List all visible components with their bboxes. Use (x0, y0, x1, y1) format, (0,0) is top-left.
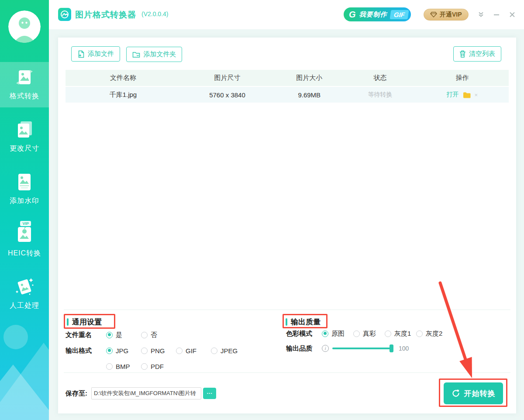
sidebar-item-heic-convert[interactable]: VIP HEIC转换 (0, 224, 49, 258)
radio-option-no[interactable]: 否 (141, 331, 176, 339)
sidebar-item-manual-process[interactable]: 人工处理 (0, 277, 49, 310)
general-settings-title: 通用设置 (67, 317, 102, 327)
radio-icon (106, 348, 113, 354)
file-name: 千库1.jpg (66, 91, 181, 99)
status-badge: 等待转换 (345, 91, 415, 99)
gif-tag: GIF (390, 10, 409, 19)
avatar-icon (8, 10, 41, 43)
sidebar-item-label: HEIC转换 (0, 249, 49, 258)
output-quality-label: 输出质量 (291, 317, 321, 327)
radio-icon (106, 363, 113, 370)
browse-button[interactable]: ··· (203, 388, 216, 399)
col-header-filename: 文件名称 (66, 74, 181, 82)
save-path-bar: 保存至: ··· (66, 387, 216, 400)
add-file-button[interactable]: 添加文件 (71, 46, 120, 62)
save-path-input[interactable] (91, 387, 201, 399)
radio-label: PNG (151, 347, 165, 355)
open-file-link[interactable]: 打开 (447, 91, 459, 99)
rename-setting-row: 文件重名 是 否 (66, 329, 176, 341)
radio-label: 否 (151, 331, 157, 339)
general-settings-label: 通用设置 (72, 317, 102, 327)
radio-label: BMP (116, 363, 130, 370)
manual-process-icon (14, 277, 34, 297)
radio-label: GIF (186, 347, 196, 355)
col-header-actions: 操作 (416, 74, 509, 82)
info-icon[interactable]: i (322, 345, 329, 352)
radio-icon (141, 332, 148, 338)
sidebar-item-watermark[interactable]: 添加水印 (0, 172, 49, 206)
collapse-window-icon[interactable] (478, 11, 484, 19)
radio-icon (141, 363, 148, 370)
radio-option-pdf[interactable]: PDF (141, 363, 176, 370)
slider-handle[interactable] (390, 344, 393, 352)
radio-label: JPEG (221, 347, 238, 355)
col-header-filesize: 图片大小 (274, 74, 345, 82)
radio-icon (353, 330, 360, 337)
gif-logo-icon: G (349, 10, 356, 20)
user-avatar[interactable] (8, 10, 41, 43)
close-icon[interactable] (509, 11, 515, 19)
radio-option-gray1[interactable]: 灰度1 (385, 330, 416, 338)
remove-file-icon[interactable]: × (475, 92, 478, 98)
radio-option-gray2[interactable]: 灰度2 (416, 330, 448, 338)
save-to-label: 保存至: (66, 389, 87, 398)
sidebar-item-label: 添加水印 (0, 196, 49, 206)
add-file-label: 添加文件 (88, 50, 114, 58)
section-accent-bar (67, 318, 69, 326)
open-vip-button[interactable]: 开通VIP (424, 9, 469, 21)
add-folder-icon (132, 51, 140, 58)
toolbar: 添加文件 添加文件夹 清空列表 (71, 46, 502, 62)
radio-option-jpeg[interactable]: JPEG (211, 347, 246, 355)
radio-icon (211, 348, 217, 354)
resize-icon (14, 120, 34, 140)
radio-label: 真彩 (363, 330, 376, 338)
section-accent-bar (286, 318, 287, 326)
col-header-dimensions: 图片尺寸 (181, 74, 274, 82)
table-row: 千库1.jpg 5760 x 3840 9.69MB 等待转换 打开 × (66, 87, 509, 103)
sidebar-item-label: 更改尺寸 (0, 144, 49, 153)
radio-option-original[interactable]: 原图 (322, 330, 353, 338)
radio-option-bmp[interactable]: BMP (106, 363, 141, 370)
sidebar-item-label: 人工处理 (0, 301, 49, 310)
make-gif-button[interactable]: G 我要制作 GIF (344, 7, 411, 21)
radio-option-gif[interactable]: GIF (176, 347, 211, 355)
radio-option-yes[interactable]: 是 (106, 331, 141, 339)
radio-option-truecolor[interactable]: 真彩 (353, 330, 385, 338)
app-version: (V2.0.0.4) (141, 10, 168, 17)
open-vip-label: 开通VIP (440, 11, 462, 19)
radio-icon (322, 330, 328, 337)
quality-slider[interactable] (332, 348, 393, 349)
row-actions: 打开 × (416, 91, 509, 99)
folder-icon[interactable] (463, 92, 471, 98)
format-setting-row2: BMP PDF (66, 361, 176, 372)
radio-option-jpg[interactable]: JPG (106, 347, 141, 355)
format-label: 输出格式 (66, 347, 99, 355)
table-header: 文件名称 图片尺寸 图片大小 状态 操作 (66, 70, 509, 86)
radio-icon (106, 332, 113, 338)
app-title: 图片格式转换器 (75, 9, 136, 21)
add-folder-button[interactable]: 添加文件夹 (126, 47, 182, 62)
color-mode-label: 色彩模式 (286, 330, 315, 338)
clear-list-label: 清空列表 (469, 50, 495, 58)
minimize-icon[interactable] (493, 11, 500, 19)
output-quality-title: 输出质量 (286, 317, 321, 327)
trash-icon (459, 50, 466, 58)
sidebar-item-resize[interactable]: 更改尺寸 (0, 120, 49, 153)
add-file-icon (77, 50, 85, 58)
start-convert-button[interactable]: 开始转换 (444, 382, 503, 404)
file-size: 9.69MB (274, 91, 345, 99)
heic-convert-icon: VIP (14, 224, 34, 244)
sidebar-item-format-convert[interactable]: 格式转换 (0, 67, 49, 101)
diamond-icon (430, 12, 437, 17)
format-setting-row: 输出格式 JPG PNG GIF JPEG (66, 345, 246, 356)
radio-label: PDF (151, 363, 164, 370)
color-mode-row: 色彩模式 原图 真彩 灰度1 灰度2 (286, 328, 448, 339)
radio-icon (141, 348, 148, 354)
divider (64, 310, 510, 310)
rename-label: 文件重名 (66, 331, 99, 339)
radio-icon (385, 330, 391, 337)
watermark-icon (14, 172, 34, 192)
radio-option-png[interactable]: PNG (141, 347, 176, 355)
format-convert-icon (14, 67, 34, 87)
clear-list-button[interactable]: 清空列表 (453, 46, 501, 62)
